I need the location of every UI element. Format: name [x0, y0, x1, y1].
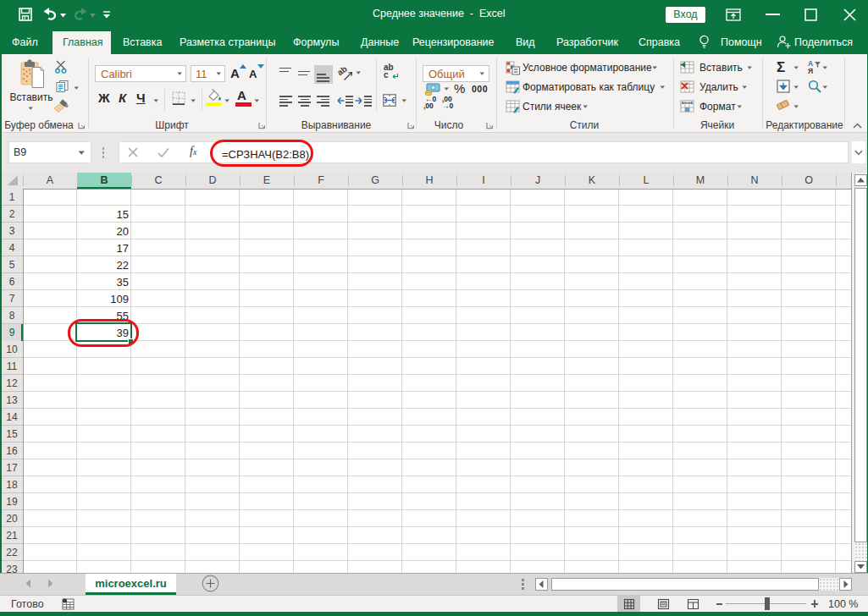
svg-text:Я: Я: [808, 67, 813, 75]
